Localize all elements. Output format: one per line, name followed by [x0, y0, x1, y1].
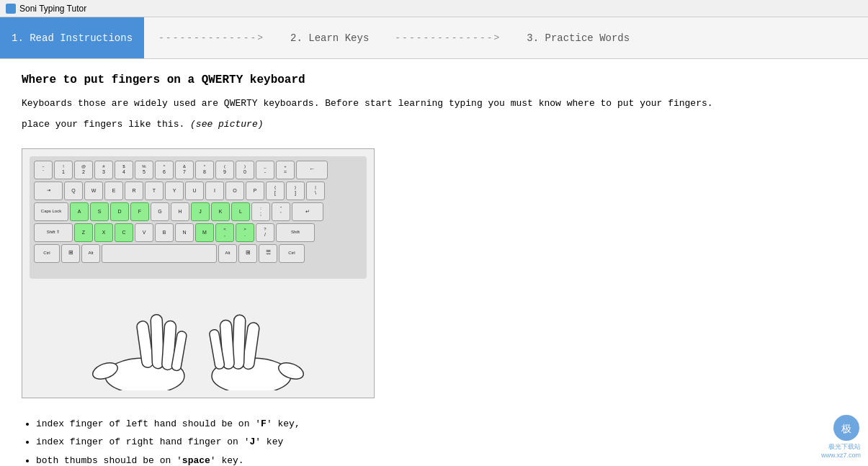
key-7: &7 — [175, 161, 194, 179]
keyboard-keys-area: ~` !1 @2 #3 $4 %5 ^6 &7 *8 (9 )0 _- += ←… — [30, 156, 367, 279]
key-z: Z — [74, 223, 93, 242]
key-win-right: ⊞ — [238, 244, 257, 263]
key-period: >. — [236, 223, 254, 242]
key-tilde: ~` — [34, 161, 53, 179]
key-x: X — [94, 223, 113, 242]
key-k: K — [211, 202, 230, 221]
key-alt-left: Alt — [81, 244, 100, 263]
nav-arrow-2: --------------> — [380, 32, 515, 43]
key-4: $4 — [115, 161, 133, 179]
key-slash: ?/ — [256, 223, 274, 242]
key-j: J — [191, 202, 210, 221]
key-n: N — [175, 223, 194, 242]
key-row-asdf: Caps Lock A S D F G H J K L :; "' ↵ — [34, 202, 362, 221]
key-lbracket: {[ — [266, 182, 285, 200]
key-row-qwerty: ⇥ Q W E R T Y U I O P {[ }] |\ — [34, 182, 362, 200]
step1-button[interactable]: 1. Read Instructions — [0, 17, 144, 58]
watermark: 极 极光下载站www.xz7.com — [821, 413, 861, 459]
content-paragraph2: place your fingers like this. (see pictu… — [22, 117, 846, 133]
nav-arrow-1: --------------> — [144, 32, 279, 43]
bullet-list: index finger of left hand should be on '… — [36, 417, 846, 466]
hands-svg — [30, 279, 367, 390]
key-space — [102, 244, 217, 263]
key-ctrl-left: Ctrl — [34, 244, 60, 263]
key-shift-left: Shift ⇑ — [34, 223, 73, 242]
see-picture-text: (see picture) — [190, 119, 263, 130]
watermark-text: 极光下载站www.xz7.com — [821, 442, 861, 459]
key-equals: += — [276, 161, 295, 179]
key-s: S — [90, 202, 109, 221]
key-q: Q — [64, 182, 83, 200]
f-key-ref: F — [261, 418, 267, 429]
key-rbracket: }] — [286, 182, 305, 200]
bullet-item-3: both thumbs should be on 'space' key. — [36, 454, 846, 466]
key-9: (9 — [215, 161, 234, 179]
key-row-bottom: Ctrl ⊞ Alt Alt ⊞ ☰ Ctrl — [34, 244, 362, 263]
key-i: I — [205, 182, 224, 200]
step1-container: 1. Read Instructions — [0, 17, 144, 58]
step2-button[interactable]: 2. Learn Keys — [279, 17, 380, 58]
key-row-zxcv: Shift ⇑ Z X C V B N M <, >. ?/ Shift — [34, 223, 362, 242]
key-tab: ⇥ — [34, 182, 63, 200]
right-hand — [209, 315, 305, 390]
nav-bar: 1. Read Instructions --------------> 2. … — [0, 17, 868, 59]
step3-button[interactable]: 3. Practice Words — [515, 17, 641, 58]
key-y: Y — [165, 182, 184, 200]
main-content: Where to put fingers on a QWERTY keyboar… — [0, 59, 868, 466]
key-win-left: ⊞ — [61, 244, 80, 263]
content-paragraph1: Keyboards those are widely used are QWER… — [22, 97, 846, 112]
keyboard-illustration: ~` !1 @2 #3 $4 %5 ^6 &7 *8 (9 )0 _- += ←… — [22, 148, 375, 398]
key-o: O — [225, 182, 244, 200]
space-key-ref: space — [182, 455, 210, 466]
key-r: R — [125, 182, 143, 200]
key-0: )0 — [236, 161, 254, 179]
key-minus: _- — [256, 161, 274, 179]
key-ctrl-right: Ctrl — [279, 244, 305, 263]
key-backslash: |\ — [306, 182, 325, 200]
key-v: V — [135, 223, 153, 242]
key-u: U — [185, 182, 204, 200]
key-b: B — [155, 223, 174, 242]
key-backspace: ← — [296, 161, 328, 179]
key-d: D — [110, 202, 129, 221]
key-enter: ↵ — [292, 202, 323, 221]
key-8: *8 — [195, 161, 214, 179]
bullet-item-1: index finger of left hand should be on '… — [36, 417, 846, 431]
key-3: #3 — [94, 161, 113, 179]
key-p: P — [246, 182, 264, 200]
step3-container: 3. Practice Words — [515, 17, 641, 58]
key-c: C — [115, 223, 133, 242]
key-caps: Caps Lock — [34, 202, 68, 221]
key-a: A — [70, 202, 89, 221]
key-h: H — [171, 202, 189, 221]
key-f: F — [130, 202, 149, 221]
key-m: M — [195, 223, 214, 242]
key-quote: "' — [272, 202, 290, 221]
key-row-numbers: ~` !1 @2 #3 $4 %5 ^6 &7 *8 (9 )0 _- += ← — [34, 161, 362, 179]
svg-text:极: 极 — [841, 423, 851, 434]
key-6: ^6 — [155, 161, 174, 179]
bullet-item-2: index finger of right hand finger on 'J'… — [36, 435, 846, 449]
key-alt-right: Alt — [218, 244, 237, 263]
key-t: T — [145, 182, 164, 200]
key-menu: ☰ — [259, 244, 277, 263]
key-5: %5 — [135, 161, 153, 179]
title-bar: Soni Typing Tutor — [0, 0, 868, 17]
key-g: G — [151, 202, 169, 221]
key-2: @2 — [74, 161, 93, 179]
key-e: E — [104, 182, 123, 200]
content-heading: Where to put fingers on a QWERTY keyboar… — [22, 73, 846, 86]
watermark-logo-svg: 极 — [832, 413, 861, 442]
key-semicolon: :; — [251, 202, 270, 221]
key-shift-right: Shift — [276, 223, 315, 242]
hands-illustration — [30, 279, 367, 390]
key-w: W — [84, 182, 103, 200]
app-name: Soni Typing Tutor — [19, 4, 86, 14]
key-comma: <, — [215, 223, 234, 242]
left-hand — [91, 314, 187, 390]
app-icon — [6, 4, 16, 14]
j-key-ref: J — [249, 436, 255, 447]
step2-container: 2. Learn Keys — [279, 17, 380, 58]
key-1: !1 — [54, 161, 73, 179]
key-l: L — [231, 202, 250, 221]
